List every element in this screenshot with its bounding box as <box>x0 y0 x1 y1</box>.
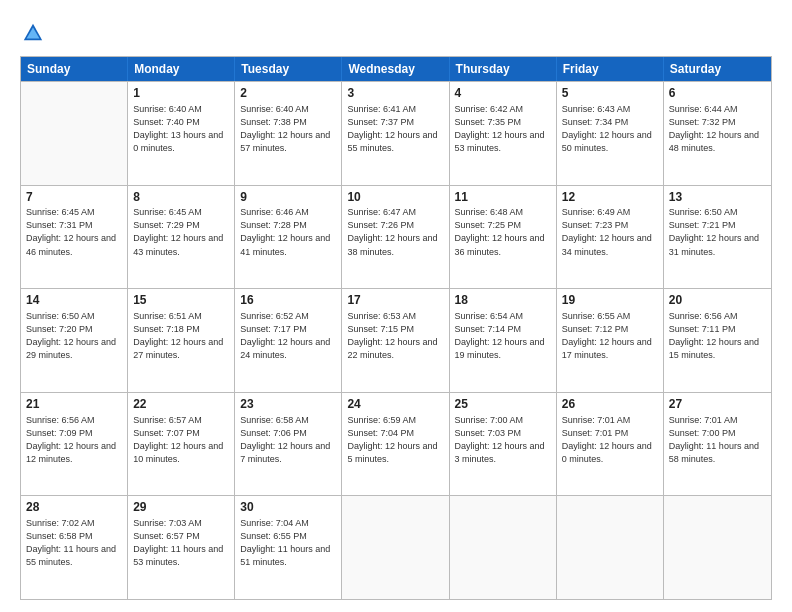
header-day-friday: Friday <box>557 57 664 81</box>
header-day-thursday: Thursday <box>450 57 557 81</box>
day-cell-2: 2Sunrise: 6:40 AMSunset: 7:38 PMDaylight… <box>235 82 342 185</box>
cell-sun-info: Sunrise: 7:04 AMSunset: 6:55 PMDaylight:… <box>240 517 336 569</box>
calendar-week-2: 7Sunrise: 6:45 AMSunset: 7:31 PMDaylight… <box>21 185 771 289</box>
calendar-body: 1Sunrise: 6:40 AMSunset: 7:40 PMDaylight… <box>21 81 771 599</box>
day-cell-empty-0-0 <box>21 82 128 185</box>
header-day-monday: Monday <box>128 57 235 81</box>
day-cell-24: 24Sunrise: 6:59 AMSunset: 7:04 PMDayligh… <box>342 393 449 496</box>
day-cell-empty-4-6 <box>664 496 771 599</box>
day-cell-29: 29Sunrise: 7:03 AMSunset: 6:57 PMDayligh… <box>128 496 235 599</box>
cell-sun-info: Sunrise: 6:55 AMSunset: 7:12 PMDaylight:… <box>562 310 658 362</box>
day-cell-25: 25Sunrise: 7:00 AMSunset: 7:03 PMDayligh… <box>450 393 557 496</box>
cell-day-number: 4 <box>455 85 551 102</box>
day-cell-1: 1Sunrise: 6:40 AMSunset: 7:40 PMDaylight… <box>128 82 235 185</box>
day-cell-15: 15Sunrise: 6:51 AMSunset: 7:18 PMDayligh… <box>128 289 235 392</box>
calendar: SundayMondayTuesdayWednesdayThursdayFrid… <box>20 56 772 600</box>
day-cell-12: 12Sunrise: 6:49 AMSunset: 7:23 PMDayligh… <box>557 186 664 289</box>
calendar-week-4: 21Sunrise: 6:56 AMSunset: 7:09 PMDayligh… <box>21 392 771 496</box>
day-cell-27: 27Sunrise: 7:01 AMSunset: 7:00 PMDayligh… <box>664 393 771 496</box>
cell-day-number: 3 <box>347 85 443 102</box>
day-cell-9: 9Sunrise: 6:46 AMSunset: 7:28 PMDaylight… <box>235 186 342 289</box>
day-cell-18: 18Sunrise: 6:54 AMSunset: 7:14 PMDayligh… <box>450 289 557 392</box>
header-day-saturday: Saturday <box>664 57 771 81</box>
cell-sun-info: Sunrise: 6:45 AMSunset: 7:31 PMDaylight:… <box>26 206 122 258</box>
cell-day-number: 15 <box>133 292 229 309</box>
cell-day-number: 29 <box>133 499 229 516</box>
day-cell-11: 11Sunrise: 6:48 AMSunset: 7:25 PMDayligh… <box>450 186 557 289</box>
cell-sun-info: Sunrise: 6:58 AMSunset: 7:06 PMDaylight:… <box>240 414 336 466</box>
cell-sun-info: Sunrise: 7:02 AMSunset: 6:58 PMDaylight:… <box>26 517 122 569</box>
cell-day-number: 17 <box>347 292 443 309</box>
cell-day-number: 16 <box>240 292 336 309</box>
day-cell-6: 6Sunrise: 6:44 AMSunset: 7:32 PMDaylight… <box>664 82 771 185</box>
cell-day-number: 12 <box>562 189 658 206</box>
cell-day-number: 19 <box>562 292 658 309</box>
day-cell-23: 23Sunrise: 6:58 AMSunset: 7:06 PMDayligh… <box>235 393 342 496</box>
cell-day-number: 7 <box>26 189 122 206</box>
day-cell-5: 5Sunrise: 6:43 AMSunset: 7:34 PMDaylight… <box>557 82 664 185</box>
cell-sun-info: Sunrise: 7:03 AMSunset: 6:57 PMDaylight:… <box>133 517 229 569</box>
cell-day-number: 5 <box>562 85 658 102</box>
day-cell-10: 10Sunrise: 6:47 AMSunset: 7:26 PMDayligh… <box>342 186 449 289</box>
cell-sun-info: Sunrise: 6:47 AMSunset: 7:26 PMDaylight:… <box>347 206 443 258</box>
cell-sun-info: Sunrise: 6:53 AMSunset: 7:15 PMDaylight:… <box>347 310 443 362</box>
day-cell-26: 26Sunrise: 7:01 AMSunset: 7:01 PMDayligh… <box>557 393 664 496</box>
cell-sun-info: Sunrise: 6:44 AMSunset: 7:32 PMDaylight:… <box>669 103 766 155</box>
header-day-tuesday: Tuesday <box>235 57 342 81</box>
calendar-week-3: 14Sunrise: 6:50 AMSunset: 7:20 PMDayligh… <box>21 288 771 392</box>
cell-sun-info: Sunrise: 6:54 AMSunset: 7:14 PMDaylight:… <box>455 310 551 362</box>
day-cell-8: 8Sunrise: 6:45 AMSunset: 7:29 PMDaylight… <box>128 186 235 289</box>
cell-day-number: 9 <box>240 189 336 206</box>
day-cell-21: 21Sunrise: 6:56 AMSunset: 7:09 PMDayligh… <box>21 393 128 496</box>
day-cell-4: 4Sunrise: 6:42 AMSunset: 7:35 PMDaylight… <box>450 82 557 185</box>
day-cell-30: 30Sunrise: 7:04 AMSunset: 6:55 PMDayligh… <box>235 496 342 599</box>
cell-day-number: 23 <box>240 396 336 413</box>
logo <box>20 22 44 48</box>
day-cell-3: 3Sunrise: 6:41 AMSunset: 7:37 PMDaylight… <box>342 82 449 185</box>
day-cell-16: 16Sunrise: 6:52 AMSunset: 7:17 PMDayligh… <box>235 289 342 392</box>
cell-sun-info: Sunrise: 7:01 AMSunset: 7:01 PMDaylight:… <box>562 414 658 466</box>
logo-icon <box>22 22 44 44</box>
cell-sun-info: Sunrise: 6:59 AMSunset: 7:04 PMDaylight:… <box>347 414 443 466</box>
cell-day-number: 30 <box>240 499 336 516</box>
cell-day-number: 22 <box>133 396 229 413</box>
cell-day-number: 25 <box>455 396 551 413</box>
cell-sun-info: Sunrise: 6:40 AMSunset: 7:38 PMDaylight:… <box>240 103 336 155</box>
cell-sun-info: Sunrise: 6:56 AMSunset: 7:09 PMDaylight:… <box>26 414 122 466</box>
calendar-week-5: 28Sunrise: 7:02 AMSunset: 6:58 PMDayligh… <box>21 495 771 599</box>
cell-sun-info: Sunrise: 6:50 AMSunset: 7:21 PMDaylight:… <box>669 206 766 258</box>
cell-day-number: 2 <box>240 85 336 102</box>
day-cell-20: 20Sunrise: 6:56 AMSunset: 7:11 PMDayligh… <box>664 289 771 392</box>
cell-sun-info: Sunrise: 6:48 AMSunset: 7:25 PMDaylight:… <box>455 206 551 258</box>
header <box>20 18 772 48</box>
cell-sun-info: Sunrise: 7:01 AMSunset: 7:00 PMDaylight:… <box>669 414 766 466</box>
cell-sun-info: Sunrise: 6:40 AMSunset: 7:40 PMDaylight:… <box>133 103 229 155</box>
cell-day-number: 14 <box>26 292 122 309</box>
cell-day-number: 13 <box>669 189 766 206</box>
cell-day-number: 8 <box>133 189 229 206</box>
day-cell-17: 17Sunrise: 6:53 AMSunset: 7:15 PMDayligh… <box>342 289 449 392</box>
header-day-sunday: Sunday <box>21 57 128 81</box>
cell-sun-info: Sunrise: 6:52 AMSunset: 7:17 PMDaylight:… <box>240 310 336 362</box>
cell-sun-info: Sunrise: 6:42 AMSunset: 7:35 PMDaylight:… <box>455 103 551 155</box>
day-cell-22: 22Sunrise: 6:57 AMSunset: 7:07 PMDayligh… <box>128 393 235 496</box>
cell-day-number: 27 <box>669 396 766 413</box>
calendar-week-1: 1Sunrise: 6:40 AMSunset: 7:40 PMDaylight… <box>21 81 771 185</box>
cell-day-number: 20 <box>669 292 766 309</box>
cell-day-number: 26 <box>562 396 658 413</box>
cell-day-number: 10 <box>347 189 443 206</box>
cell-sun-info: Sunrise: 7:00 AMSunset: 7:03 PMDaylight:… <box>455 414 551 466</box>
cell-day-number: 1 <box>133 85 229 102</box>
cell-sun-info: Sunrise: 6:51 AMSunset: 7:18 PMDaylight:… <box>133 310 229 362</box>
cell-sun-info: Sunrise: 6:57 AMSunset: 7:07 PMDaylight:… <box>133 414 229 466</box>
day-cell-empty-4-3 <box>342 496 449 599</box>
cell-day-number: 21 <box>26 396 122 413</box>
day-cell-19: 19Sunrise: 6:55 AMSunset: 7:12 PMDayligh… <box>557 289 664 392</box>
day-cell-14: 14Sunrise: 6:50 AMSunset: 7:20 PMDayligh… <box>21 289 128 392</box>
cell-sun-info: Sunrise: 6:43 AMSunset: 7:34 PMDaylight:… <box>562 103 658 155</box>
cell-day-number: 24 <box>347 396 443 413</box>
cell-sun-info: Sunrise: 6:50 AMSunset: 7:20 PMDaylight:… <box>26 310 122 362</box>
day-cell-empty-4-4 <box>450 496 557 599</box>
calendar-header: SundayMondayTuesdayWednesdayThursdayFrid… <box>21 57 771 81</box>
cell-day-number: 11 <box>455 189 551 206</box>
